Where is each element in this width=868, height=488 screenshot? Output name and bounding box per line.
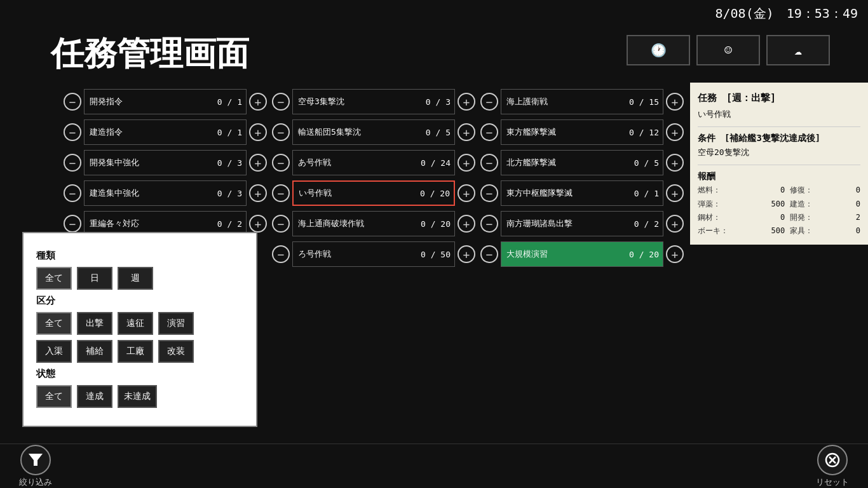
quest-minus-btn[interactable]: − <box>480 245 498 263</box>
reward-val-furniture: 0 <box>837 225 860 237</box>
filter-cat-supply[interactable]: 補給 <box>77 340 112 363</box>
quest-name: 開発指令 <box>85 96 217 107</box>
quest-minus-btn[interactable]: − <box>272 245 290 263</box>
quest-plus-btn[interactable]: + <box>249 123 267 141</box>
quest-plus-btn[interactable]: + <box>666 184 684 202</box>
quest-name: 開発集中強化 <box>85 157 217 168</box>
quest-plus-btn[interactable]: + <box>249 184 267 202</box>
reset-action[interactable]: リセット <box>816 445 849 488</box>
quest-minus-btn[interactable]: − <box>272 93 290 111</box>
filter-type-group: 全て 日 週 <box>36 267 243 290</box>
quest-minus-btn[interactable]: − <box>480 93 498 111</box>
filter-cat-docking[interactable]: 入渠 <box>36 340 72 363</box>
filter-type-weekly[interactable]: 週 <box>118 267 153 290</box>
quest-minus-btn[interactable]: − <box>272 215 290 233</box>
quest-plus-btn[interactable]: + <box>249 154 267 172</box>
top-btn-clock[interactable]: 🕐 <box>627 35 690 65</box>
filter-category-group: 全て 出撃 遠征 演習 <box>36 312 243 335</box>
filter-status-complete[interactable]: 達成 <box>77 385 112 408</box>
quest-row: − 開発指令 0 / 1 + <box>64 89 267 114</box>
quest-minus-btn[interactable]: − <box>64 154 81 172</box>
quest-plus-btn[interactable]: + <box>458 123 475 141</box>
quest-count: 0 / 2 <box>634 219 663 229</box>
detail-reward-label: 報酬 <box>698 169 860 183</box>
quest-name: 南方珊瑚諸島出撃 <box>501 218 634 229</box>
top-btn-face[interactable]: ☺ <box>696 35 760 65</box>
filter-action[interactable]: 絞り込み <box>19 445 52 488</box>
reward-label-furniture: 家具： <box>790 225 832 237</box>
filter-cat-all[interactable]: 全て <box>36 312 72 335</box>
quest-plus-btn[interactable]: + <box>666 123 684 141</box>
filter-cat-expedition[interactable]: 遠征 <box>118 312 153 335</box>
quest-plus-btn[interactable]: + <box>458 245 475 263</box>
quest-minus-btn[interactable]: − <box>64 215 81 233</box>
detail-panel: 任務 [週：出撃] い号作戦 条件 [補給艦3隻撃沈達成後] 空母20隻撃沈 報… <box>690 83 868 245</box>
filter-icon <box>20 445 51 475</box>
quest-count: 0 / 20 <box>421 219 454 229</box>
quest-plus-btn[interactable]: + <box>666 245 684 263</box>
filter-cat-exercise[interactable]: 演習 <box>158 312 194 335</box>
quest-row: − 海上通商破壊作戦 0 / 20 + <box>272 211 475 236</box>
quest-minus-btn[interactable]: − <box>64 184 81 202</box>
quest-row: − ろ号作戦 0 / 50 + <box>272 241 475 267</box>
quest-count: 0 / 20 <box>629 250 663 259</box>
quest-row: − 海上護衛戦 0 / 15 + <box>480 89 684 114</box>
reward-val-ammo: 500 <box>752 198 785 210</box>
quest-minus-btn[interactable]: − <box>64 123 81 141</box>
quest-plus-btn[interactable]: + <box>458 215 475 233</box>
filter-type-all[interactable]: 全て <box>36 267 72 290</box>
reward-label-steel: 鋼材： <box>698 212 747 224</box>
quest-count: 0 / 5 <box>634 158 663 168</box>
quest-row: − 輸送船団5集撃沈 0 / 5 + <box>272 119 475 145</box>
quest-bar: 北方艦隊撃滅 0 / 5 <box>501 150 663 175</box>
quest-name: 海上通商破壊作戦 <box>293 218 421 229</box>
quest-plus-btn[interactable]: + <box>249 93 267 111</box>
quest-plus-btn[interactable]: + <box>458 93 475 111</box>
quest-plus-btn[interactable]: + <box>458 184 475 202</box>
filter-status-incomplete[interactable]: 未達成 <box>118 385 157 408</box>
filter-cat-sortie[interactable]: 出撃 <box>77 312 112 335</box>
quest-name: 建造指令 <box>85 126 217 138</box>
quest-count: 0 / 3 <box>217 189 246 198</box>
quest-minus-btn[interactable]: − <box>272 123 290 141</box>
quest-plus-btn[interactable]: + <box>249 215 267 233</box>
quest-plus-btn[interactable]: + <box>666 93 684 111</box>
reset-icon <box>817 445 848 475</box>
quest-minus-btn[interactable]: − <box>272 184 290 202</box>
bottom-bar: 絞り込み リセット <box>0 444 868 488</box>
filter-status-all[interactable]: 全て <box>36 385 72 408</box>
quest-name: 大規模演習 <box>501 248 629 260</box>
filter-type-daily[interactable]: 日 <box>77 267 112 290</box>
quest-col2: − 空母3集撃沈 0 / 3 + − 輸送船団5集撃沈 0 / 5 + − あ号… <box>272 89 475 272</box>
quest-name: 東方中枢艦隊撃滅 <box>501 187 634 199</box>
quest-bar: 東方中枢艦隊撃滅 0 / 1 <box>501 180 663 206</box>
detail-subtitle: い号作戦 <box>698 108 860 121</box>
filter-type-label: 種類 <box>36 250 243 262</box>
quest-row: − 南方珊瑚諸島出撃 0 / 2 + <box>480 211 684 236</box>
reward-val-repair: 0 <box>837 184 860 196</box>
quest-name: 北方艦隊撃滅 <box>501 157 634 168</box>
detail-condition-label: 条件 [補給艦3隻撃沈達成後] <box>698 131 860 145</box>
quest-minus-btn[interactable]: − <box>480 123 498 141</box>
quest-col3: − 海上護衛戦 0 / 15 + − 東方艦隊撃滅 0 / 12 + − 北方艦… <box>480 89 684 272</box>
quest-plus-btn[interactable]: + <box>458 154 475 172</box>
quest-row: − 建造指令 0 / 1 + <box>64 119 267 145</box>
quest-count: 0 / 3 <box>426 97 454 107</box>
quest-minus-btn[interactable]: − <box>480 184 498 202</box>
quest-plus-btn[interactable]: + <box>666 154 684 172</box>
quest-name: 海上護衛戦 <box>501 96 629 107</box>
quest-name: あ号作戦 <box>293 157 421 168</box>
quest-plus-btn[interactable]: + <box>666 215 684 233</box>
filter-status-label: 状態 <box>36 368 243 380</box>
quest-name: 輸送船団5集撃沈 <box>293 126 426 138</box>
quest-minus-btn[interactable]: − <box>64 93 81 111</box>
quest-minus-btn[interactable]: − <box>480 215 498 233</box>
top-btn-cloud[interactable]: ☁ <box>766 35 830 65</box>
quest-minus-btn[interactable]: − <box>272 154 290 172</box>
quest-name: 空母3集撃沈 <box>293 96 426 107</box>
filter-cat-factory[interactable]: 工廠 <box>118 340 153 363</box>
filter-cat-remodel[interactable]: 改装 <box>158 340 194 363</box>
reward-label-fuel: 燃料： <box>698 184 747 196</box>
quest-minus-btn[interactable]: − <box>480 154 498 172</box>
reward-label-repair: 修復： <box>790 184 832 196</box>
